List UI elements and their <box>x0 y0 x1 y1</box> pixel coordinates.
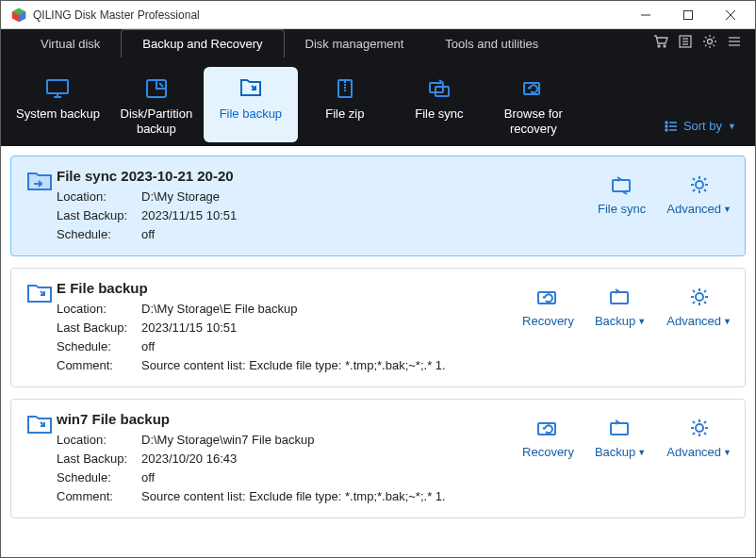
task-folder-icon <box>23 411 57 506</box>
meta-value: D:\My Storage\win7 File backup <box>141 431 522 450</box>
task-advanced-button[interactable]: Advanced▼ <box>666 284 731 328</box>
meta-label: Last Backup: <box>57 206 141 225</box>
action-label: Recovery <box>522 314 574 328</box>
close-button[interactable] <box>709 1 751 28</box>
meta-value: off <box>141 225 598 244</box>
meta-value: 2023/10/20 16:43 <box>141 450 522 468</box>
system-backup-button[interactable]: System backup <box>7 67 109 142</box>
task-advanced-button[interactable]: Advanced▼ <box>666 415 731 459</box>
svg-point-42 <box>696 424 703 432</box>
list-icon <box>665 120 678 133</box>
backup-icon <box>608 415 633 441</box>
action-label: Advanced▼ <box>666 202 731 216</box>
disk-partition-backup-button[interactable]: Disk/Partitionbackup <box>109 67 204 142</box>
tab-virtual-disk[interactable]: Virtual disk <box>20 29 121 57</box>
meta-label: Comment: <box>57 356 141 375</box>
svg-point-36 <box>696 181 703 189</box>
task-backup-button[interactable]: Backup▼ <box>595 284 646 328</box>
sort-label: Sort by <box>683 119 722 133</box>
task-card[interactable]: win7 File backup Location:D:\My Storage\… <box>10 399 746 518</box>
window-title: QILING Disk Master Professional <box>33 8 624 22</box>
app-icon <box>10 7 27 24</box>
browse-recovery-button[interactable]: Browse forrecovery <box>486 67 581 142</box>
gear-icon <box>687 415 712 441</box>
task-advanced-button[interactable]: Advanced▼ <box>666 172 731 216</box>
task-title: E File backup <box>57 280 522 296</box>
task-folder-icon <box>23 280 57 375</box>
sync-icon <box>610 172 634 198</box>
file-backup-button[interactable]: File backup <box>204 67 298 142</box>
svg-point-29 <box>666 122 667 123</box>
cart-icon[interactable] <box>653 34 668 53</box>
task-file-sync-button[interactable]: File sync <box>598 172 646 216</box>
svg-rect-41 <box>611 423 628 435</box>
task-recovery-button[interactable]: Recovery <box>522 415 574 459</box>
svg-rect-17 <box>47 80 68 93</box>
meta-label: Schedule: <box>57 468 141 487</box>
meta-label: Location: <box>57 188 141 206</box>
chevron-down-icon: ▼ <box>728 122 736 131</box>
recovery-icon <box>535 415 560 441</box>
meta-label: Comment: <box>57 487 141 506</box>
main-tabs: Virtual disk Backup and Recovery Disk ma… <box>1 29 755 57</box>
maximize-button[interactable] <box>666 1 709 28</box>
chevron-down-icon: ▼ <box>723 205 731 214</box>
meta-value: 2023/11/15 10:51 <box>141 319 522 337</box>
disk-icon <box>144 74 169 103</box>
tab-tools-utilities[interactable]: Tools and utilities <box>424 29 559 57</box>
task-list: File sync 2023-10-21 20-20 Location:D:\M… <box>1 146 755 553</box>
menu-icon[interactable] <box>727 34 742 53</box>
svg-point-7 <box>658 45 660 47</box>
chevron-down-icon: ▼ <box>723 317 731 326</box>
action-label: Recovery <box>522 445 574 459</box>
meta-value: off <box>141 468 522 487</box>
svg-rect-35 <box>613 180 630 191</box>
minimize-button[interactable] <box>624 1 666 28</box>
meta-label: Location: <box>57 300 141 319</box>
folder-icon <box>238 74 263 103</box>
meta-label: Schedule: <box>57 337 141 356</box>
toolbar-label: Disk/Partitionbackup <box>121 107 193 137</box>
status-bar: All: 4 <box>1 553 755 558</box>
task-recovery-button[interactable]: Recovery <box>522 284 574 328</box>
file-zip-button[interactable]: File zip <box>298 67 392 142</box>
meta-value: D:\My Storage\E File backup <box>141 300 522 319</box>
meta-value: Source content list: Exclude file type: … <box>141 356 522 375</box>
meta-label: Last Backup: <box>57 450 141 468</box>
toolbar: System backup Disk/Partitionbackup File … <box>1 57 755 146</box>
meta-label: Schedule: <box>57 225 141 244</box>
svg-point-8 <box>664 45 666 47</box>
sort-by-button[interactable]: Sort by ▼ <box>665 119 749 142</box>
zip-icon <box>333 74 357 103</box>
gear-icon <box>687 172 712 198</box>
task-card[interactable]: E File backup Location:D:\My Storage\E F… <box>10 268 746 387</box>
file-sync-button[interactable]: File sync <box>392 67 486 142</box>
meta-value: off <box>141 337 522 356</box>
tab-backup-recovery[interactable]: Backup and Recovery <box>121 29 284 57</box>
action-label: Advanced▼ <box>666 445 731 459</box>
svg-point-31 <box>666 125 667 127</box>
log-icon[interactable] <box>678 34 693 53</box>
action-label: Advanced▼ <box>666 314 731 328</box>
recovery-icon <box>521 74 546 103</box>
toolbar-label: Browse forrecovery <box>504 107 563 137</box>
title-bar: QILING Disk Master Professional <box>1 1 755 29</box>
sync-icon <box>427 74 452 103</box>
toolbar-label: File zip <box>325 107 364 122</box>
backup-icon <box>608 284 633 310</box>
toolbar-label: File backup <box>220 107 282 122</box>
action-label: Backup▼ <box>595 445 646 459</box>
chevron-down-icon: ▼ <box>637 448 646 457</box>
settings-icon[interactable] <box>702 34 717 53</box>
task-card[interactable]: File sync 2023-10-21 20-20 Location:D:\M… <box>10 156 746 256</box>
meta-label: Location: <box>57 431 141 450</box>
tab-disk-management[interactable]: Disk management <box>285 29 425 57</box>
meta-label: Last Backup: <box>57 319 141 337</box>
toolbar-label: System backup <box>16 107 100 122</box>
task-title: win7 File backup <box>57 411 522 427</box>
task-backup-button[interactable]: Backup▼ <box>595 415 646 459</box>
monitor-icon <box>45 74 70 103</box>
svg-point-39 <box>696 293 703 301</box>
action-label: File sync <box>598 202 646 216</box>
svg-point-13 <box>708 40 713 44</box>
